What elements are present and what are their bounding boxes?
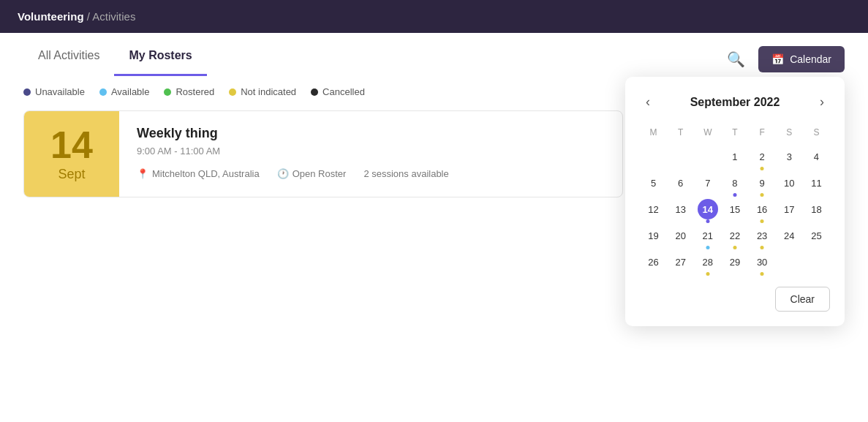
app-header: Volunteering / Activities (0, 0, 868, 33)
not-indicated-dot (229, 88, 236, 96)
calendar-day-cell[interactable]: 9 (749, 170, 776, 196)
calendar-day-cell[interactable]: 25 (803, 222, 830, 249)
weekday-t1: T (667, 124, 694, 143)
calendar-grid: M T W T F S S 12345678910111213141516171… (640, 124, 830, 275)
calendar-month-label: September 2022 (690, 96, 780, 109)
calendar-day-cell[interactable]: 3 (776, 143, 803, 170)
weekday-t2: T (721, 124, 748, 143)
calendar-day-cell[interactable]: 21 (694, 222, 721, 249)
calendar-empty-cell (640, 143, 667, 170)
weekday-m: M (640, 124, 667, 143)
calendar-day-cell[interactable]: 4 (803, 143, 830, 170)
legend-cancelled: Cancelled (311, 86, 365, 97)
activity-day: 14 (50, 126, 93, 164)
calendar-day-cell[interactable]: 12 (640, 196, 667, 222)
tab-all-activities[interactable]: All Activities (23, 33, 114, 76)
activity-title: Weekly thing (137, 126, 605, 141)
calendar-next-button[interactable]: › (814, 91, 830, 113)
activity-month: Sept (58, 167, 85, 182)
calendar-empty-cell (803, 249, 830, 275)
calendar-day-cell[interactable]: 18 (803, 196, 830, 222)
calendar-weekday-row: M T W T F S S (640, 124, 830, 143)
calendar-header: ‹ September 2022 › (640, 91, 830, 113)
calendar-clear-button[interactable]: Clear (775, 287, 830, 312)
app-name: Volunteering (18, 10, 84, 23)
chevron-left-icon: ‹ (646, 94, 650, 109)
calendar-empty-cell (694, 143, 721, 170)
tabs-bar: All Activities My Rosters (23, 33, 845, 76)
activity-time: 9:00 AM - 11:00 AM (137, 146, 605, 157)
activity-sessions: 2 sessions available (363, 168, 448, 179)
calendar-day-cell[interactable]: 14 (694, 196, 721, 222)
legend-rostered: Rostered (164, 86, 214, 97)
activity-info: Weekly thing 9:00 AM - 11:00 AM 📍 Mitche… (119, 111, 622, 197)
calendar-day-cell[interactable]: 16 (749, 196, 776, 222)
clock-icon: 🕐 (277, 168, 289, 179)
weekday-s2: S (803, 124, 830, 143)
calendar-day-cell[interactable]: 30 (749, 249, 776, 275)
rostered-dot (164, 88, 171, 96)
calendar-day-cell[interactable]: 15 (721, 196, 748, 222)
calendar-prev-button[interactable]: ‹ (640, 91, 656, 113)
search-button[interactable]: 🔍 (722, 46, 750, 72)
calendar-dot (761, 272, 764, 276)
calendar-day-cell[interactable]: 19 (640, 222, 667, 249)
calendar-week-row: 1234 (640, 143, 830, 170)
calendar-dot (706, 272, 709, 276)
chevron-right-icon: › (820, 94, 824, 109)
weekday-f: F (749, 124, 776, 143)
calendar-empty-cell (776, 249, 803, 275)
calendar-day-cell[interactable]: 26 (640, 249, 667, 275)
legend-not-indicated: Not indicated (229, 86, 296, 97)
activity-roster-type: 🕐 Open Roster (277, 168, 347, 179)
cancelled-dot (311, 88, 318, 96)
location-icon: 📍 (137, 168, 148, 179)
calendar-clear-row: Clear (640, 275, 830, 312)
activity-card[interactable]: 14 Sept Weekly thing 9:00 AM - 11:00 AM … (23, 110, 623, 197)
calendar-day-cell[interactable]: 23 (749, 222, 776, 249)
weekday-w: W (694, 124, 721, 143)
activity-location: 📍 Mitchelton QLD, Australia (137, 168, 260, 179)
legend-available: Available (99, 86, 150, 97)
legend-unavailable: Unavailable (23, 86, 85, 97)
top-right-actions: 🔍 📅 Calendar (722, 46, 845, 72)
main-content: All Activities My Rosters 🔍 📅 Calendar U… (0, 33, 868, 422)
calendar-body: 1234567891011121314151617181920212223242… (640, 143, 830, 275)
calendar-day-cell[interactable]: 6 (667, 170, 694, 196)
activity-date-badge: 14 Sept (24, 111, 119, 197)
calendar-popup: ‹ September 2022 › M T W T F S S 123456 (625, 77, 845, 326)
activity-meta: 📍 Mitchelton QLD, Australia 🕐 Open Roste… (137, 168, 605, 179)
calendar-day-cell[interactable]: 22 (721, 222, 748, 249)
tab-my-rosters[interactable]: My Rosters (114, 33, 206, 76)
calendar-day-cell[interactable]: 11 (803, 170, 830, 196)
search-icon: 🔍 (727, 51, 745, 67)
calendar-day-cell[interactable]: 1 (721, 143, 748, 170)
calendar-week-row: 12131415161718 (640, 196, 830, 222)
available-dot (99, 88, 107, 96)
header-section: Activities (92, 10, 135, 23)
calendar-week-row: 567891011 (640, 170, 830, 196)
calendar-day-cell[interactable]: 10 (776, 170, 803, 196)
calendar-week-row: 2627282930 (640, 249, 830, 275)
calendar-empty-cell (667, 143, 694, 170)
calendar-day-cell[interactable]: 27 (667, 249, 694, 275)
calendar-button[interactable]: 📅 Calendar (758, 46, 845, 72)
unavailable-dot (23, 88, 31, 96)
calendar-day-cell[interactable]: 24 (776, 222, 803, 249)
calendar-day-cell[interactable]: 2 (749, 143, 776, 170)
calendar-day-cell[interactable]: 13 (667, 196, 694, 222)
calendar-icon: 📅 (771, 53, 784, 65)
calendar-day-cell[interactable]: 5 (640, 170, 667, 196)
weekday-s1: S (776, 124, 803, 143)
calendar-day-cell[interactable]: 8 (721, 170, 748, 196)
calendar-day-cell[interactable]: 20 (667, 222, 694, 249)
calendar-day-cell[interactable]: 28 (694, 249, 721, 275)
calendar-day-cell[interactable]: 7 (694, 170, 721, 196)
calendar-week-row: 19202122232425 (640, 222, 830, 249)
header-separator: / (84, 10, 93, 23)
calendar-day-cell[interactable]: 29 (721, 249, 748, 275)
calendar-day-cell[interactable]: 17 (776, 196, 803, 222)
